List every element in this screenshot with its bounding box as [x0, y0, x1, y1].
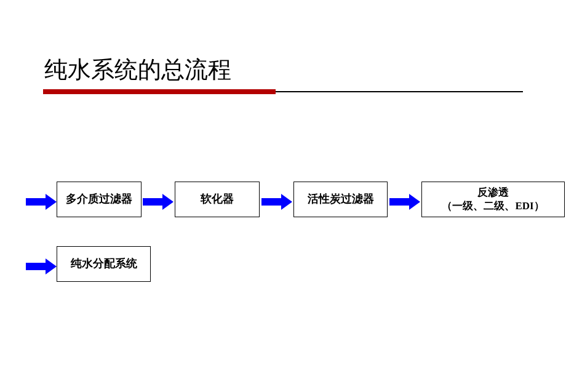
underline-gray-segment [276, 91, 523, 92]
underline-red-segment [43, 89, 276, 94]
page-title: 纯水系统的总流程 [44, 54, 231, 86]
flow-box-label: 多介质过滤器 [66, 192, 132, 206]
flow-box-multimedia-filter: 多介质过滤器 [57, 182, 142, 217]
flow-box-reverse-osmosis: 反渗透 （一级、二级、EDI） [421, 182, 565, 217]
flow-arrow-2 [143, 194, 173, 210]
flow-box-label: 活性炭过滤器 [308, 192, 374, 206]
flow-box-activated-carbon: 活性炭过滤器 [293, 182, 388, 217]
flow-box-label: 软化器 [201, 192, 234, 206]
flow-box-label: 纯水分配系统 [71, 257, 137, 271]
flow-arrow-4 [389, 194, 420, 210]
flow-box-label-line2: （一级、二级、EDI） [442, 199, 544, 213]
flow-arrow-3 [261, 194, 292, 210]
flow-arrow-1 [26, 194, 57, 210]
flow-box-label-line1: 反渗透 [442, 186, 544, 199]
flow-box-distribution: 纯水分配系统 [57, 246, 151, 282]
flow-box-softener: 软化器 [175, 182, 260, 217]
title-underline [43, 89, 523, 94]
flow-arrow-5 [26, 258, 57, 274]
